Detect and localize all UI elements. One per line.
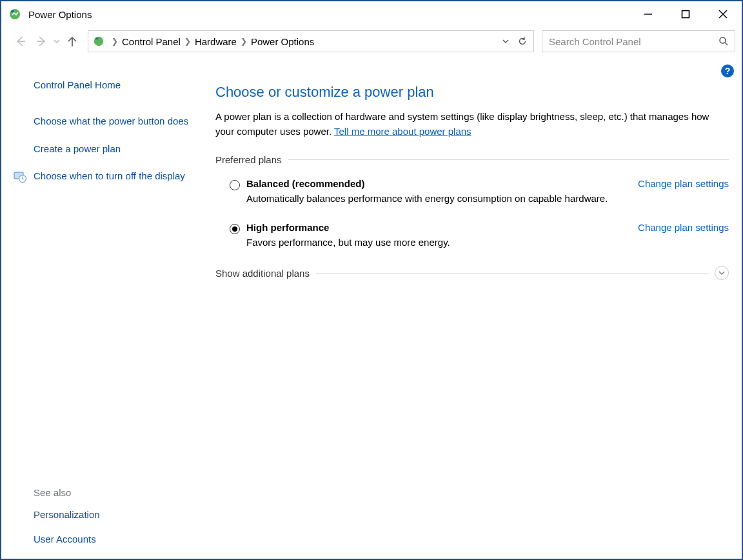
nav-bar: ❯ Control Panel ❯ Hardware ❯ Power Optio… — [1, 27, 742, 55]
sidebar-link-display-off[interactable]: Choose when to turn off the display — [34, 170, 193, 183]
minimize-button[interactable] — [629, 1, 667, 27]
svg-rect-3 — [682, 11, 689, 18]
see-also-personalization[interactable]: Personalization — [34, 508, 193, 521]
sidebar-link-label: Choose when to turn off the display — [34, 170, 185, 181]
preferred-plans-header: Preferred plans — [215, 154, 729, 165]
search-icon[interactable] — [718, 36, 729, 46]
power-plan-balanced: Balanced (recommended) Change plan setti… — [230, 178, 729, 204]
refresh-button[interactable] — [514, 31, 531, 52]
recent-dropdown[interactable] — [53, 38, 61, 45]
breadcrumb-item[interactable]: Hardware — [195, 36, 237, 47]
address-icon — [92, 35, 105, 48]
svg-point-10 — [720, 37, 726, 43]
main-content: Choose or customize a power plan A power… — [215, 61, 729, 557]
maximize-button[interactable] — [667, 1, 704, 27]
control-panel-home-link[interactable]: Control Panel Home — [34, 79, 193, 92]
back-button[interactable] — [12, 32, 30, 50]
app-icon — [8, 7, 22, 21]
plan-description: Automatically balances performance with … — [246, 193, 729, 204]
page-heading: Choose or customize a power plan — [215, 84, 729, 101]
sidebar-link-create-plan[interactable]: Create a power plan — [34, 143, 193, 155]
title-bar: Power Options — [1, 1, 742, 27]
address-bar[interactable]: ❯ Control Panel ❯ Hardware ❯ Power Optio… — [88, 30, 534, 52]
forward-button[interactable] — [32, 32, 50, 50]
close-button[interactable] — [704, 1, 742, 27]
change-plan-settings-link[interactable]: Change plan settings — [638, 222, 729, 233]
see-also: See also Personalization User Accounts — [34, 487, 193, 546]
chevron-right-icon: ❯ — [241, 37, 247, 46]
svg-line-11 — [725, 43, 728, 45]
breadcrumb-item[interactable]: Control Panel — [122, 36, 181, 47]
radio-high-performance[interactable] — [230, 224, 240, 234]
page-description: A power plan is a collection of hardware… — [215, 110, 729, 139]
plan-name[interactable]: Balanced (recommended) — [246, 178, 364, 189]
see-also-user-accounts[interactable]: User Accounts — [34, 533, 193, 546]
display-clock-icon — [13, 170, 27, 184]
address-dropdown[interactable] — [497, 31, 514, 52]
search-box[interactable] — [542, 30, 735, 52]
learn-more-link[interactable]: Tell me more about power plans — [334, 126, 471, 137]
chevron-right-icon: ❯ — [112, 37, 118, 46]
preferred-plans-label: Preferred plans — [215, 154, 288, 165]
search-input[interactable] — [548, 35, 718, 48]
svg-rect-9 — [95, 38, 99, 40]
svg-rect-1 — [11, 10, 14, 12]
change-plan-settings-link[interactable]: Change plan settings — [638, 178, 729, 189]
additional-plans-header[interactable]: Show additional plans — [215, 266, 729, 280]
additional-plans-label: Show additional plans — [215, 268, 316, 279]
radio-balanced[interactable] — [230, 180, 240, 190]
window-title: Power Options — [28, 9, 92, 20]
expand-additional-button[interactable] — [715, 266, 729, 280]
power-plan-high-performance: High performance Change plan settings Fa… — [230, 222, 729, 248]
sidebar-link-power-button[interactable]: Choose what the power button does — [34, 115, 193, 128]
up-button[interactable] — [63, 32, 81, 50]
see-also-label: See also — [34, 487, 193, 498]
breadcrumb-item[interactable]: Power Options — [251, 36, 314, 47]
plan-description: Favors performance, but may use more ene… — [246, 237, 729, 248]
chevron-right-icon: ❯ — [184, 37, 191, 46]
plan-name[interactable]: High performance — [246, 222, 329, 233]
window-controls — [629, 1, 742, 27]
sidebar: Control Panel Home Choose what the power… — [3, 61, 203, 557]
